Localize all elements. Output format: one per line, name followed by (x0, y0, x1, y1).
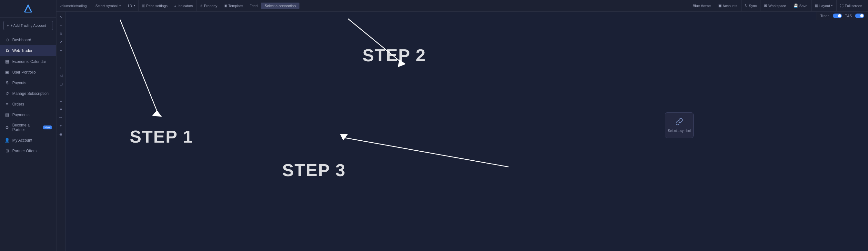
accounts-button[interactable]: ▣ Accounts (715, 0, 741, 11)
price-settings-icon: ◫ (142, 4, 145, 7)
sidebar-item-label: Become a Partner (12, 123, 39, 132)
steps-overlay: STEP 1 STEP 2 STEP 3 (65, 11, 868, 251)
payments-icon: ▤ (4, 112, 10, 117)
feed-label: Feed (246, 4, 261, 8)
line-tool[interactable]: / (57, 63, 65, 71)
chevron-down-icon: ▾ (119, 4, 121, 7)
shape-tool[interactable]: ◁ (57, 72, 65, 80)
partner-icon: ⚙ (4, 125, 10, 130)
workspace-button[interactable]: ⊞ Workspace (761, 0, 789, 11)
sync-label: Sync (749, 4, 757, 8)
edit-tool[interactable]: ✏ (57, 114, 65, 121)
ts-toggle[interactable] (855, 13, 864, 18)
sidebar-nav: ⊙ Dashboard ⧉ Web Trader ▦ Economic Cale… (0, 33, 56, 251)
select-connection-button[interactable]: Select a connection (261, 3, 300, 9)
chart-area: ↖ + ⊕ ↗ − ← / ◁ ▢ T ≡ ≣ ✏ ✦ ◉ STEP 1 STE… (57, 11, 868, 251)
connection-label: Select a connection (265, 4, 296, 8)
sidebar-item-label: User Portfolio (12, 70, 36, 74)
payouts-icon: $ (4, 80, 10, 85)
sidebar-item-web-trader[interactable]: ⧉ Web Trader (0, 45, 56, 56)
rect-tool[interactable]: ▢ (57, 80, 65, 88)
workspace-icon: ⊞ (764, 4, 767, 8)
account-icon: 👤 (4, 138, 10, 143)
text-tool[interactable]: T (57, 88, 65, 96)
offers-icon: ⊞ (4, 148, 10, 153)
template-button[interactable]: ▣ Template (221, 0, 247, 11)
fullscreen-button[interactable]: ⛶ Full screen (836, 0, 865, 11)
sidebar-item-become-partner[interactable]: ⚙ Become a Partner New (0, 120, 56, 135)
calendar-icon: ▦ (4, 59, 10, 64)
dashboard-icon: ⊙ (4, 37, 10, 42)
new-badge: New (43, 125, 52, 129)
top-bar: volumetrictrading Select symbol ▾ 1D ▾ ◫… (57, 0, 868, 11)
select-symbol-label: Select symbol (95, 4, 118, 8)
select-symbol-button[interactable]: Select symbol ▾ (92, 0, 124, 11)
sidebar-item-manage-subscription[interactable]: ↺ Manage Subscription (0, 88, 56, 99)
sidebar-item-payouts[interactable]: $ Payouts (0, 77, 56, 88)
zoom-in-tool[interactable]: + (57, 21, 65, 29)
sidebar-item-user-portfolio[interactable]: ▣ User Portfolio (0, 67, 56, 77)
property-button[interactable]: ◎ Property (196, 0, 221, 11)
plus-icon: + (7, 24, 9, 27)
crosshair-tool[interactable]: ⊕ (57, 30, 65, 37)
subscription-icon: ↺ (4, 91, 10, 96)
symbol-card-label: Select a symbol (668, 129, 691, 133)
menu-tool[interactable]: ≡ (57, 97, 65, 104)
sidebar-item-payments[interactable]: ▤ Payments (0, 109, 56, 120)
svg-line-0 (120, 20, 158, 115)
price-settings-button[interactable]: ◫ Price settings (139, 0, 171, 11)
sidebar-item-label: Manage Subscription (12, 91, 49, 96)
chevron-down-icon: ▾ (134, 4, 135, 7)
timeframe-button[interactable]: 1D ▾ (124, 0, 139, 11)
sidebar-item-label: Orders (12, 102, 24, 106)
step-3-label: STEP 3 (282, 160, 346, 180)
layout-button[interactable]: ▦ Layout ▾ (811, 0, 836, 11)
sync-icon: ↻ (745, 4, 748, 8)
fullscreen-icon: ⛶ (840, 4, 843, 8)
svg-line-4 (345, 138, 508, 167)
cursor-tool[interactable]: ↖ (57, 13, 65, 21)
sidebar-item-partner-offers[interactable]: ⊞ Partner Offers (0, 146, 56, 156)
sidebar-item-my-account[interactable]: 👤 My Account (0, 135, 56, 146)
indicators-button[interactable]: ⟁ Indicators (171, 0, 196, 11)
sidebar-item-orders[interactable]: ≡ Orders (0, 99, 56, 109)
web-trader-icon: ⧉ (4, 48, 10, 53)
arrow-tool[interactable]: ↗ (57, 38, 65, 46)
brand-logo: volumetrictrading (59, 4, 92, 8)
svg-marker-3 (398, 59, 406, 67)
sidebar: + + Add Trading Account ⊙ Dashboard ⧉ We… (0, 0, 57, 251)
eye-tool[interactable]: ◉ (57, 130, 65, 138)
svg-marker-5 (340, 134, 348, 140)
trade-toggle[interactable] (833, 13, 842, 18)
sidebar-item-label: Payments (12, 113, 29, 117)
sidebar-item-label: Web Trader (12, 49, 32, 53)
indicators-label: Indicators (178, 4, 193, 8)
add-trading-account-button[interactable]: + + Add Trading Account (3, 21, 53, 30)
sidebar-item-label: Dashboard (12, 38, 31, 42)
sidebar-item-economic-calendar[interactable]: ▦ Economic Calendar (0, 56, 56, 67)
chart-canvas-area: STEP 1 STEP 2 STEP 3 (65, 11, 868, 251)
sidebar-item-label: Economic Calendar (12, 59, 46, 64)
add-account-label: + Add Trading Account (10, 24, 46, 27)
trade-ts-bar: Trade T&S (816, 11, 868, 20)
orders-icon: ≡ (4, 102, 10, 106)
save-icon: 💾 (794, 4, 798, 8)
link-icon (675, 118, 683, 127)
chevron-down-icon: ▾ (831, 4, 833, 7)
select-symbol-card[interactable]: Select a symbol (665, 112, 694, 138)
sync-button[interactable]: ↻ Sync (741, 0, 760, 11)
template-icon: ▣ (224, 4, 227, 7)
brand-name: volumetrictrading (60, 4, 89, 8)
sidebar-item-label: My Account (12, 138, 32, 143)
sidebar-item-label: Partner Offers (12, 149, 36, 153)
lines-tool[interactable]: ≣ (57, 105, 65, 113)
back-tool[interactable]: ← (57, 55, 65, 63)
svg-line-2 (348, 19, 402, 63)
pin-tool[interactable]: ✦ (57, 122, 65, 130)
zoom-out-tool[interactable]: − (57, 46, 65, 54)
price-settings-label: Price settings (146, 4, 167, 8)
save-button[interactable]: 💾 Save (790, 0, 811, 11)
sidebar-item-dashboard[interactable]: ⊙ Dashboard (0, 34, 56, 45)
ts-label: T&S (845, 14, 852, 18)
portfolio-icon: ▣ (4, 70, 10, 74)
